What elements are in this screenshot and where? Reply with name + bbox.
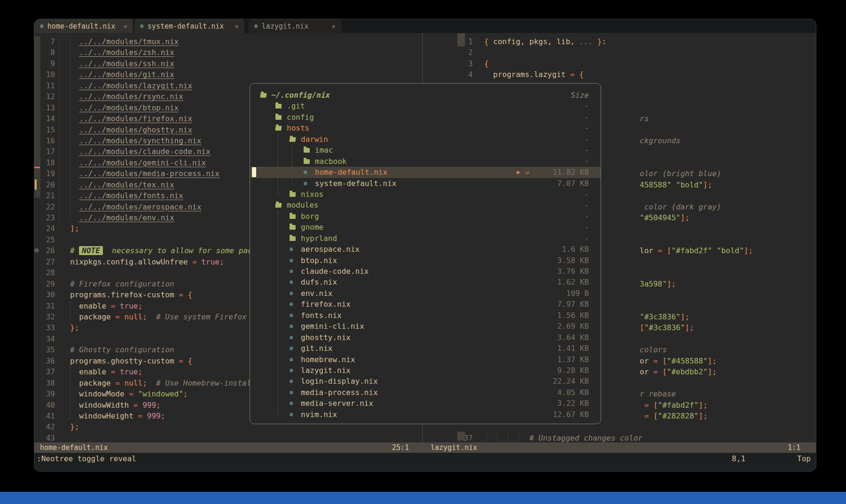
- tab-close-icon[interactable]: ×: [235, 23, 239, 30]
- tree-row-nixos[interactable]: nixos-: [251, 189, 601, 200]
- tree-connector-corner: [278, 415, 282, 415]
- ruler-position: 8,1: [732, 453, 745, 465]
- code-token: programs.lazygit: [484, 70, 565, 79]
- code-line[interactable]: 37 # Unstagged changes color: [423, 433, 816, 442]
- tree-row-dufs.nix[interactable]: ❄dufs.nix1.62 KB: [251, 277, 601, 287]
- tree-item-name: config: [287, 112, 314, 123]
- command-line[interactable]: :Neotree toggle reveal 8,1 Top: [34, 453, 816, 465]
- nix-icon: ❄: [140, 23, 144, 30]
- tree-item-name: home-default.nix: [315, 167, 387, 178]
- line-number: 37: [34, 366, 55, 377]
- code-token: =: [188, 257, 201, 266]
- tree-row-git.nix[interactable]: ❄git.nix1.41 KB: [251, 343, 601, 354]
- nix-file-icon: ❄: [290, 332, 293, 343]
- nix-file-icon: ❄: [290, 288, 293, 299]
- tab-close-icon[interactable]: ×: [332, 23, 336, 30]
- tree-row-homebrew.nix[interactable]: ❄homebrew.nix1.37 KB: [251, 354, 601, 365]
- tree-row-firefox.nix[interactable]: ❄firefox.nix7.97 KB: [251, 299, 601, 310]
- tab-home-default.nix[interactable]: ❄home-default.nix×: [34, 19, 133, 33]
- nix-icon: ❄: [254, 23, 258, 30]
- tree-connector-line: [278, 134, 278, 194]
- tree-row-config[interactable]: config-: [251, 112, 601, 123]
- code-text: nixpkgs.config.allowUnfree = true;: [70, 256, 224, 267]
- code-line[interactable]: 7 ../../modules/tmux.nix: [34, 36, 422, 47]
- tree-item-size: -: [584, 211, 589, 222]
- code-line[interactable]: 8 ../../modules/zsh.nix: [34, 47, 422, 58]
- code-token: package: [70, 312, 111, 321]
- tab-lazygit.nix[interactable]: ❄lazygit.nix×: [249, 19, 341, 33]
- code-line[interactable]: 1{ config, pkgs, lib, ... }:: [423, 36, 816, 47]
- tab-close-icon[interactable]: ×: [124, 23, 127, 30]
- code-token: color (dark gray): [640, 202, 721, 211]
- code-line[interactable]: 43: [34, 433, 422, 442]
- code-text: ../../modules/claude-code.nix: [70, 146, 211, 157]
- tree-row-darwin[interactable]: darwin-: [251, 134, 601, 145]
- code-line[interactable]: 10 ../../modules/git.nix: [34, 69, 422, 80]
- line-number: 1: [423, 36, 473, 47]
- code-token: :: [602, 37, 606, 46]
- tree-item-size: 7.07 KB: [557, 178, 589, 189]
- tree-row-ghostty.nix[interactable]: ❄ghostty.nix3.64 KB: [251, 332, 601, 343]
- code-token: [70, 37, 79, 46]
- code-token: programs.ghostty-custom: [70, 357, 174, 365]
- code-line[interactable]: 9 ../../modules/ssh.nix: [34, 58, 422, 69]
- code-text: 3a598"];: [640, 279, 676, 289]
- tree-row-gemini-cli.nix[interactable]: ❄gemini-cli.nix2.69 KB: [251, 321, 601, 332]
- code-line[interactable]: 2: [423, 47, 816, 58]
- tree-row-hosts[interactable]: hosts-: [251, 123, 601, 133]
- code-text: ../../modules/btop.nix: [70, 102, 179, 113]
- tree-item-name: lazygit.nix: [301, 365, 351, 376]
- code-token: ../../modules/gemini-cli.nix: [79, 158, 206, 167]
- code-token: ];: [685, 323, 694, 332]
- code-text: windowMode = "windowed";: [70, 388, 188, 399]
- command-text: :Neotree toggle reveal: [37, 453, 136, 465]
- tree-row-macbook[interactable]: macbook-: [251, 156, 601, 167]
- tree-connector-line: [278, 211, 278, 415]
- tree-row-media-process.nix[interactable]: ❄media-process.nix4.05 KB: [251, 387, 601, 398]
- tree-row-login-display.nix[interactable]: ❄login-display.nix22.24 KB: [251, 376, 601, 387]
- tree-row-hyprland[interactable]: hyprland-: [251, 233, 601, 244]
- code-token: ;: [142, 379, 147, 388]
- tree-row-claude-code.nix[interactable]: ❄claude-code.nix3.76 KB: [251, 266, 601, 277]
- code-line[interactable]: 3{: [423, 58, 816, 69]
- code-text: 458588" "bold"];: [640, 179, 712, 190]
- code-token: [: [667, 246, 672, 255]
- code-token: ../../modules/ghostty.nix: [79, 125, 192, 134]
- tree-row-modules[interactable]: modules-: [251, 200, 601, 210]
- nix-file-icon: ❄: [290, 299, 293, 310]
- line-number: 32: [34, 311, 55, 322]
- tab-label: system-default.nix: [148, 22, 224, 31]
- neotree-root-row[interactable]: ~/.config/nixSize: [251, 90, 601, 101]
- tree-row-fonts.nix[interactable]: ❄fonts.nix1.56 KB: [251, 310, 601, 321]
- line-number: 9: [34, 58, 55, 69]
- code-token: 999: [142, 401, 156, 410]
- tree-row-borg[interactable]: borg-: [251, 211, 601, 222]
- code-token: [70, 81, 79, 90]
- code-token: =: [649, 357, 662, 365]
- tree-row-gnome[interactable]: gnome-: [251, 222, 601, 233]
- tree-row-aerospace.nix[interactable]: ❄aerospace.nix1.6 KB: [251, 244, 601, 255]
- tree-row-imac[interactable]: imac-: [251, 145, 601, 155]
- line-number: 42: [34, 421, 55, 432]
- folder-icon: [290, 214, 296, 219]
- tree-row-home-default.nix[interactable]: ❄home-default.nix●▱11.82 KB: [251, 167, 601, 178]
- code-line[interactable]: 4 programs.lazygit = {: [423, 69, 816, 80]
- code-token: ];: [698, 401, 707, 410]
- neotree-float-window[interactable]: ~/.config/nixSize.git-config-hosts-darwi…: [250, 83, 601, 424]
- nix-file-icon: ❄: [290, 376, 293, 387]
- tree-row-btop.nix[interactable]: ❄btop.nix3.58 KB: [251, 255, 601, 266]
- tree-row-.git[interactable]: .git-: [251, 101, 601, 111]
- tree-row-media-server.nix[interactable]: ❄media-server.nix3.22 KB: [251, 398, 601, 409]
- code-token: [70, 48, 79, 57]
- indent-guide: [59, 168, 59, 179]
- indent-guide: [59, 113, 59, 124]
- git-change-sign: [35, 179, 37, 190]
- tab-system-default.nix[interactable]: ❄system-default.nix×: [134, 19, 244, 33]
- tree-row-system-default.nix[interactable]: ❄system-default.nix7.07 KB: [251, 178, 601, 189]
- tree-row-nvim.nix[interactable]: ❄nvim.nix12.67 KB: [251, 409, 601, 420]
- tree-item-size: 1.41 KB: [557, 343, 589, 354]
- code-token: [70, 213, 79, 222]
- indent-guide: [59, 146, 59, 157]
- tree-row-env.nix[interactable]: ❄env.nix109 B: [251, 288, 601, 299]
- tree-row-lazygit.nix[interactable]: ❄lazygit.nix9.28 KB: [251, 365, 601, 376]
